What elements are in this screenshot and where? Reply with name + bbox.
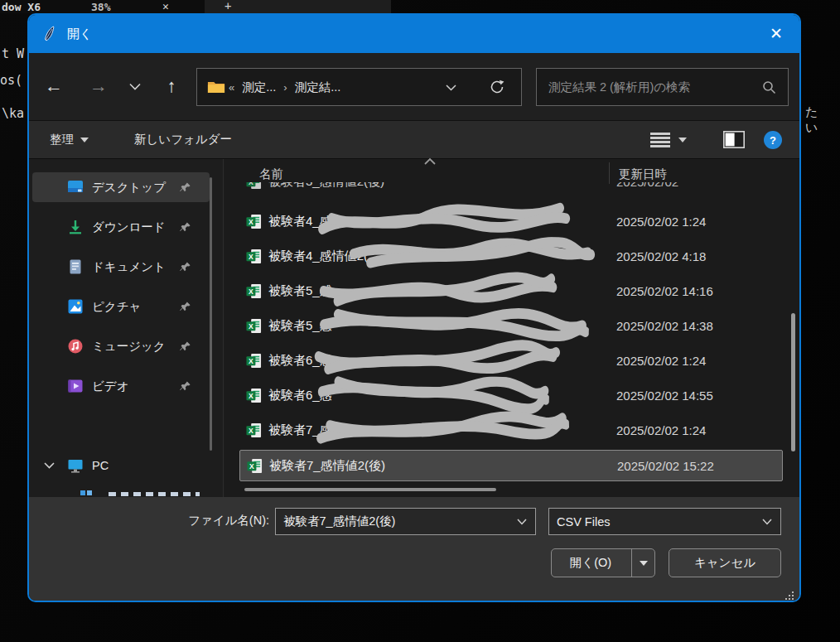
pin-icon <box>179 380 191 393</box>
tab-close-icon[interactable]: ✕ <box>162 0 169 12</box>
svg-text:X: X <box>249 426 253 434</box>
terminal-tab-title: dow X6 <box>2 1 41 13</box>
file-row[interactable]: X 被験者5_感 2025/02/02 14:38 <box>239 308 783 343</box>
svg-text:X: X <box>249 391 253 399</box>
breadcrumb[interactable]: « 測定... › 測定結... <box>196 68 522 106</box>
sidebar-item-label: ミュージック <box>92 339 166 355</box>
open-button[interactable]: 開く(O) <box>551 548 655 577</box>
svg-text:X: X <box>249 287 253 295</box>
refresh-icon[interactable] <box>489 79 505 95</box>
search-input[interactable]: 測定結果 2 (解析用)の検索 <box>536 68 789 106</box>
file-name: 被験者5_感 <box>268 283 332 299</box>
sidebar-item-pc[interactable]: PC <box>32 451 210 480</box>
file-row[interactable]: X 被験者5_感 2025/02/02 14:16 <box>239 273 783 308</box>
open-button-dropdown[interactable] <box>631 549 654 577</box>
file-list: 名前 更新日時 X 被験者3_感情値2(後) 2025/02/02 <box>224 159 801 497</box>
desktop-icon <box>67 179 84 195</box>
file-date: 2025/02/02 1:24 <box>616 354 706 368</box>
file-row[interactable]: X 被験者4_感情値2( 2025/02/02 4:18 <box>239 239 783 273</box>
background-japanese-text: た い <box>805 104 840 136</box>
sort-ascending-icon[interactable] <box>423 157 437 166</box>
dialog-titlebar[interactable]: 開く ✕ <box>29 15 799 53</box>
sidebar-item-music[interactable]: ミュージック <box>32 331 210 361</box>
chevron-down-icon[interactable] <box>517 519 527 525</box>
svg-text:X: X <box>249 321 253 330</box>
up-button[interactable]: ↑ <box>155 70 188 103</box>
list-view-icon <box>650 132 670 147</box>
terminal-tab[interactable]: dow X6 38% ✕ <box>0 0 205 13</box>
pin-icon <box>179 301 191 313</box>
videos-icon <box>67 378 84 394</box>
preview-pane-button[interactable] <box>723 121 745 158</box>
sidebar-item-label: デスクトップ <box>92 180 166 195</box>
pane-divider[interactable] <box>223 159 224 497</box>
file-row[interactable]: X 被験者6_感 2025/02/02 1:24 <box>239 343 783 378</box>
file-row-clipped[interactable]: X 被験者3_感情値2(後) 2025/02/02 <box>239 182 783 199</box>
svg-text:X: X <box>249 252 253 260</box>
file-name: 被験者4_感情値2( <box>268 249 368 264</box>
resize-grip[interactable] <box>782 588 794 600</box>
downloads-icon <box>67 219 84 235</box>
excel-file-icon: X <box>246 283 262 299</box>
dialog-toolbar: 整理 新しいフォルダー ? <box>29 120 799 159</box>
file-name: 被験者6_感 <box>268 388 332 403</box>
file-row[interactable]: X 被験者7_感 2025/02/02 1:24 <box>239 413 783 447</box>
dialog-close-button[interactable]: ✕ <box>756 15 796 51</box>
documents-icon <box>67 258 84 275</box>
file-name-input[interactable]: 被験者7_感情値2(後) <box>275 508 536 535</box>
forward-button[interactable]: → <box>82 70 115 103</box>
sidebar-item-clipped[interactable] <box>32 490 210 497</box>
new-tab-button[interactable]: + <box>224 0 231 12</box>
horizontal-scrollbar[interactable] <box>244 488 496 491</box>
expand-chevron-icon[interactable] <box>44 462 55 469</box>
excel-file-icon: X <box>246 388 262 403</box>
breadcrumb-overflow[interactable]: « <box>229 81 234 94</box>
sidebar-scrollbar[interactable] <box>210 177 212 451</box>
pictures-icon <box>67 298 84 315</box>
vertical-scrollbar[interactable] <box>791 313 795 451</box>
chevron-down-icon <box>678 138 687 142</box>
sidebar-item-downloads[interactable]: ダウンロード <box>32 212 210 242</box>
organize-menu-button[interactable]: 整理 <box>50 121 89 158</box>
dialog-title: 開く <box>67 27 92 42</box>
sidebar-item-documents[interactable]: ドキュメント <box>32 252 210 282</box>
column-divider[interactable] <box>609 162 610 184</box>
file-row[interactable]: X 被験者4_感 2025/02/02 1:24 <box>239 204 783 239</box>
pin-icon <box>179 340 191 353</box>
chevron-down-icon <box>129 83 141 90</box>
dialog-footer: ファイル名(N): 被験者7_感情値2(後) CSV Files 開く(O) キ… <box>29 497 799 602</box>
dialog-main-area: デスクトップ ダウンロード ドキュメント <box>29 159 799 497</box>
back-button[interactable]: ← <box>37 70 70 103</box>
file-row[interactable]: X 被験者6_感 2025/02/02 14:55 <box>239 378 783 413</box>
file-row-selected[interactable]: X 被験者7_感情値2(後) 2025/02/02 15:22 <box>239 450 783 481</box>
svg-text:X: X <box>249 356 253 364</box>
file-date: 2025/02/02 <box>616 182 678 189</box>
terminal-text-fragment: os( <box>0 73 22 88</box>
view-mode-button[interactable] <box>650 121 687 158</box>
clipped-label-fragment <box>109 492 200 496</box>
navigation-pane: デスクトップ ダウンロード ドキュメント <box>29 159 223 497</box>
chevron-down-icon[interactable] <box>762 519 772 525</box>
new-folder-button[interactable]: 新しいフォルダー <box>134 121 232 158</box>
redaction-scribble <box>311 405 569 451</box>
file-name: 被験者5_感 <box>268 318 332 334</box>
redaction-scribble <box>316 370 549 417</box>
search-icon[interactable] <box>762 80 776 94</box>
cancel-button[interactable]: キャンセル <box>669 548 781 577</box>
file-name: 被験者7_感情値2(後) <box>269 458 385 474</box>
sidebar-item-label: PC <box>92 459 109 472</box>
redaction-scribble <box>315 197 572 242</box>
address-dropdown-chevron[interactable] <box>446 84 456 91</box>
excel-file-icon: X <box>246 249 262 264</box>
sidebar-item-desktop[interactable]: デスクトップ <box>32 172 210 202</box>
breadcrumb-separator: › <box>283 81 287 94</box>
recent-locations-chevron[interactable] <box>118 70 152 103</box>
terminal-text-fragment: t W <box>2 46 24 61</box>
sidebar-item-videos[interactable]: ビデオ <box>32 371 210 401</box>
breadcrumb-folder[interactable]: 測定... <box>242 80 276 95</box>
file-name: 被験者4_感 <box>268 214 332 229</box>
file-type-select[interactable]: CSV Files <box>548 508 781 535</box>
help-button[interactable]: ? <box>764 121 782 158</box>
sidebar-item-pictures[interactable]: ピクチャ <box>32 292 210 321</box>
breadcrumb-current-folder[interactable]: 測定結... <box>295 80 341 95</box>
